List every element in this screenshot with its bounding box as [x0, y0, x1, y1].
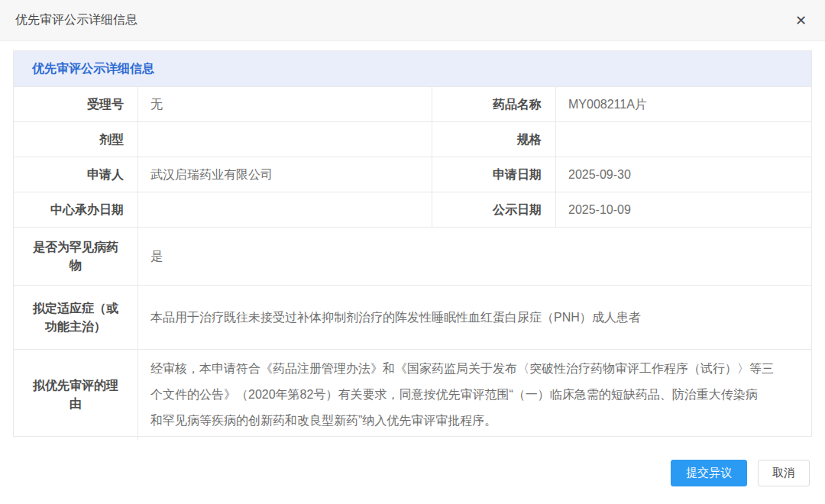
dialog-title: 优先审评公示详细信息: [15, 12, 138, 28]
drug-name-value: MY008211A片: [556, 87, 811, 121]
priority-review-reason-value: 经审核，本申请符合《药品注册管理办法》和《国家药监局关于发布〈突破性治疗药物审评…: [138, 350, 811, 440]
specification-value: [556, 122, 811, 157]
cancel-button[interactable]: 取消: [758, 460, 810, 486]
rare-disease-flag-label: 是否为罕见病药 物: [14, 228, 138, 285]
proposed-indication-label: 拟定适应症（或 功能主治）: [14, 286, 138, 349]
acceptance-number-label: 受理号: [14, 87, 138, 121]
application-date-label: 申请日期: [432, 157, 556, 192]
submit-objection-button[interactable]: 提交异议: [671, 460, 747, 486]
dosage-form-label: 剂型: [14, 122, 138, 157]
application-date-value: 2025-09-30: [556, 157, 811, 192]
applicant-label: 申请人: [14, 157, 138, 192]
acceptance-number-value: 无: [138, 87, 432, 121]
center-undertaking-date-label: 中心承办日期: [14, 192, 138, 227]
rare-disease-flag-value: 是: [138, 228, 811, 285]
dialog-titlebar: 优先审评公示详细信息 ✕: [0, 0, 825, 41]
table-row: 剂型 规格: [14, 121, 811, 157]
dialog-footer: 提交异议 取消: [13, 460, 810, 486]
publicity-date-value: 2025-10-09: [556, 192, 811, 227]
table-row: 中心承办日期 公示日期 2025-10-09: [14, 192, 811, 227]
detail-table: 优先审评公示详细信息 受理号 无 药品名称 MY008211A片 剂型 规格 申…: [13, 50, 812, 437]
close-icon[interactable]: ✕: [792, 12, 810, 29]
center-undertaking-date-value: [138, 192, 432, 227]
publicity-date-label: 公示日期: [432, 192, 556, 227]
table-row: 是否为罕见病药 物 是: [14, 227, 811, 285]
priority-review-reason-label: 拟优先审评的理 由: [14, 350, 138, 440]
drug-name-label: 药品名称: [432, 87, 556, 121]
specification-label: 规格: [432, 122, 556, 157]
table-row: 申请人 武汉启瑞药业有限公司 申请日期 2025-09-30: [14, 157, 811, 192]
table-header-title: 优先审评公示详细信息: [14, 51, 811, 86]
table-row: 受理号 无 药品名称 MY008211A片: [14, 86, 811, 121]
table-row: 拟定适应症（或 功能主治） 本品用于治疗既往未接受过补体抑制剂治疗的阵发性睡眠性…: [14, 285, 811, 349]
proposed-indication-value: 本品用于治疗既往未接受过补体抑制剂治疗的阵发性睡眠性血红蛋白尿症（PNH）成人患…: [138, 286, 811, 349]
dosage-form-value: [138, 122, 432, 157]
applicant-value: 武汉启瑞药业有限公司: [138, 157, 432, 192]
table-row: 拟优先审评的理 由 经审核，本申请符合《药品注册管理办法》和《国家药监局关于发布…: [14, 349, 811, 436]
